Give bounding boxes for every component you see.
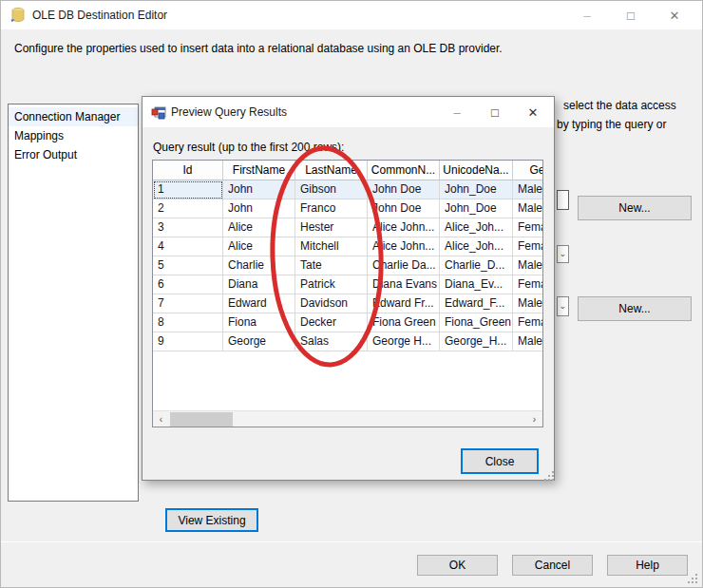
grid-cell[interactable]: Charlie Da... bbox=[368, 256, 440, 275]
grid-cell[interactable]: 1 bbox=[153, 180, 223, 199]
scroll-left-arrow-icon[interactable]: ‹ bbox=[153, 411, 169, 427]
grid-header-cell[interactable]: FirstName bbox=[223, 161, 295, 180]
grid-cell[interactable]: 5 bbox=[153, 256, 223, 275]
query-result-label: Query result (up to the first 200 rows): bbox=[153, 141, 344, 154]
sidebar-item-mappings[interactable]: Mappings bbox=[9, 126, 138, 145]
access-mode-combo-fragment[interactable]: ⌄ bbox=[557, 245, 569, 263]
grid-cell[interactable]: Male bbox=[513, 256, 543, 275]
grid-cell[interactable]: John_Doe bbox=[440, 180, 513, 199]
minimize-button[interactable]: – bbox=[565, 1, 609, 29]
grid-header-cell[interactable]: LastName bbox=[295, 161, 368, 180]
grid-cell[interactable]: 6 bbox=[153, 275, 223, 294]
grid-cell[interactable]: George H... bbox=[368, 332, 440, 351]
modal-close-x-button[interactable]: ✕ bbox=[514, 97, 552, 127]
grid-row[interactable]: 1JohnGibsonJohn DoeJohn_DoeMale bbox=[153, 180, 542, 199]
help-button[interactable]: Help bbox=[607, 555, 688, 576]
grid-cell[interactable]: Male bbox=[513, 180, 543, 199]
grid-row[interactable]: 9GeorgeSalasGeorge H...George_H...Male bbox=[153, 332, 542, 351]
grid-cell[interactable]: Male bbox=[513, 199, 543, 218]
connection-combo-fragment[interactable] bbox=[557, 190, 569, 210]
sidebar-item-error-output[interactable]: Error Output bbox=[9, 145, 138, 164]
close-button-modal[interactable]: Close bbox=[461, 448, 539, 474]
scroll-right-arrow-icon[interactable]: › bbox=[526, 411, 542, 427]
grid-cell[interactable]: Female bbox=[513, 313, 543, 332]
background-instruction-line2: by typing the query or bbox=[557, 118, 666, 131]
grid-cell[interactable]: Male bbox=[513, 294, 543, 313]
grid-cell[interactable]: Franco bbox=[295, 199, 368, 218]
grid-cell[interactable]: Alice_Joh... bbox=[440, 218, 513, 237]
grid-cell[interactable]: Female bbox=[513, 275, 543, 294]
window-resize-grip[interactable] bbox=[688, 574, 698, 584]
modal-title: Preview Query Results bbox=[171, 105, 287, 119]
grid-cell[interactable]: Patrick bbox=[295, 275, 368, 294]
grid-cell[interactable]: Charlie_D... bbox=[440, 256, 513, 275]
grid-cell[interactable]: Edward_F... bbox=[440, 294, 513, 313]
grid-cell[interactable]: Female bbox=[513, 237, 543, 256]
grid-cell[interactable]: Diana_Ev... bbox=[440, 275, 513, 294]
grid-cell[interactable]: George bbox=[223, 332, 295, 351]
cancel-button[interactable]: Cancel bbox=[512, 555, 593, 576]
grid-cell[interactable]: John Doe bbox=[368, 180, 440, 199]
grid-row[interactable]: 8FionaDeckerFiona GreenFiona_GreenFemale bbox=[153, 313, 542, 332]
view-existing-button[interactable]: View Existing bbox=[165, 508, 258, 532]
grid-cell[interactable]: 9 bbox=[153, 332, 223, 351]
chevron-down-icon: ⌄ bbox=[559, 301, 566, 311]
grid-cell[interactable]: Alice_Joh... bbox=[440, 237, 513, 256]
grid-cell[interactable]: Mitchell bbox=[295, 237, 368, 256]
grid-row[interactable]: 6DianaPatrickDiana EvansDiana_Ev...Femal… bbox=[153, 275, 542, 294]
grid-header-cell[interactable]: CommonN... bbox=[368, 161, 440, 180]
grid-cell[interactable]: Diana Evans bbox=[368, 275, 440, 294]
grid-horizontal-scrollbar[interactable]: ‹ › bbox=[153, 410, 542, 427]
scrollbar-thumb[interactable] bbox=[170, 412, 233, 427]
grid-cell[interactable]: Female bbox=[513, 218, 543, 237]
grid-cell[interactable]: Alice bbox=[223, 237, 295, 256]
grid-cell[interactable]: Decker bbox=[295, 313, 368, 332]
grid-cell[interactable]: 8 bbox=[153, 313, 223, 332]
sidebar-item-connection-manager[interactable]: Connection Manager bbox=[9, 107, 138, 126]
modal-resize-grip[interactable] bbox=[544, 471, 555, 482]
grid-cell[interactable]: John bbox=[223, 199, 295, 218]
grid-header-cell[interactable]: Gender bbox=[513, 161, 543, 180]
table-combo-fragment[interactable]: ⌄ bbox=[557, 296, 569, 316]
grid-cell[interactable]: Male bbox=[513, 332, 543, 351]
grid-cell[interactable]: John bbox=[223, 180, 295, 199]
grid-cell[interactable]: 2 bbox=[153, 199, 223, 218]
grid-cell[interactable]: Diana bbox=[223, 275, 295, 294]
grid-cell[interactable]: Fiona_Green bbox=[440, 313, 513, 332]
grid-cell[interactable]: Hester bbox=[295, 218, 368, 237]
new-table-button[interactable]: New... bbox=[578, 296, 692, 321]
grid-cell[interactable]: George_H... bbox=[440, 332, 513, 351]
grid-cell[interactable]: Davidson bbox=[295, 294, 368, 313]
grid-cell[interactable]: Tate bbox=[295, 256, 368, 275]
grid-cell[interactable]: 4 bbox=[153, 237, 223, 256]
grid-cell[interactable]: Alice John... bbox=[368, 218, 440, 237]
grid-cell[interactable]: John Doe bbox=[368, 199, 440, 218]
grid-cell[interactable]: Fiona Green bbox=[368, 313, 440, 332]
grid-header-cell[interactable]: UnicodeNa... bbox=[440, 161, 513, 180]
grid-cell[interactable]: 3 bbox=[153, 218, 223, 237]
modal-minimize-button[interactable]: – bbox=[438, 97, 476, 127]
grid-row[interactable]: 2JohnFrancoJohn DoeJohn_DoeMale bbox=[153, 199, 542, 218]
close-button[interactable]: ✕ bbox=[653, 1, 696, 29]
ok-button[interactable]: OK bbox=[417, 555, 498, 576]
grid-row[interactable]: 7EdwardDavidsonEdward Fr...Edward_F...Ma… bbox=[153, 294, 542, 313]
new-connection-button[interactable]: New... bbox=[578, 196, 692, 220]
maximize-button[interactable]: □ bbox=[609, 1, 653, 29]
grid-cell[interactable]: 7 bbox=[153, 294, 223, 313]
grid-cell[interactable]: Edward Fr... bbox=[368, 294, 440, 313]
modal-maximize-button[interactable]: □ bbox=[476, 97, 514, 127]
grid-row[interactable]: 4AliceMitchellAlice John...Alice_Joh...F… bbox=[153, 237, 542, 256]
grid-cell[interactable]: Alice John... bbox=[368, 237, 440, 256]
grid-cell[interactable]: Edward bbox=[223, 294, 295, 313]
grid-row[interactable]: 5CharlieTateCharlie Da...Charlie_D...Mal… bbox=[153, 256, 542, 275]
grid-cell[interactable]: Salas bbox=[295, 332, 368, 351]
preview-query-results-dialog: Preview Query Results – □ ✕ Query result… bbox=[142, 96, 555, 481]
grid-row[interactable]: 3AliceHesterAlice John...Alice_Joh...Fem… bbox=[153, 218, 542, 237]
grid-cell[interactable]: Alice bbox=[223, 218, 295, 237]
grid-cell[interactable]: John_Doe bbox=[440, 199, 513, 218]
winforms-app-icon bbox=[151, 104, 166, 120]
grid-header-cell[interactable]: Id bbox=[153, 161, 223, 180]
grid-cell[interactable]: Charlie bbox=[223, 256, 295, 275]
grid-cell[interactable]: Gibson bbox=[295, 180, 368, 199]
grid-cell[interactable]: Fiona bbox=[223, 313, 295, 332]
